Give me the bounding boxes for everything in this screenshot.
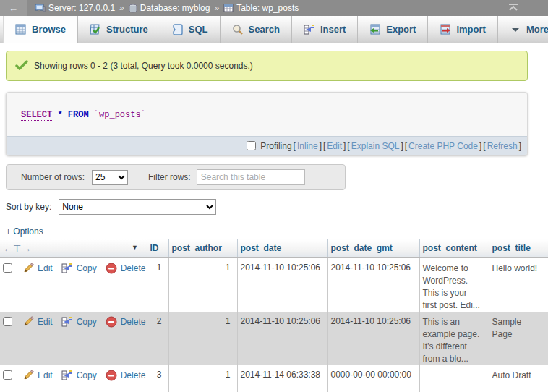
- breadcrumb-database[interactable]: Database: myblog: [129, 3, 210, 13]
- tab-browse[interactable]: Browse: [3, 16, 78, 43]
- copy-row-link[interactable]: Copy: [77, 317, 97, 327]
- tab-sql[interactable]: SQL: [160, 16, 221, 43]
- delete-row-link[interactable]: Delete: [121, 317, 146, 327]
- table-row: Edit Copy Delete 2 1 2014-11-10 10:25:06…: [0, 312, 548, 365]
- delete-row-link[interactable]: Delete: [121, 263, 146, 273]
- insert-icon: [304, 24, 315, 35]
- cell-post-date-gmt: 2014-11-10 10:25:06: [327, 312, 419, 365]
- number-of-rows-select[interactable]: 25: [92, 170, 128, 185]
- refresh-link[interactable]: Refresh: [487, 141, 518, 151]
- cell-post-title: Sample Page: [489, 312, 548, 365]
- breadcrumb-server[interactable]: Server: 127.0.0.1: [35, 3, 115, 13]
- browse-icon: [15, 24, 27, 35]
- filter-rows-label: Filter rows:: [148, 172, 191, 182]
- status-message: Showing rows 0 - 2 (3 total, Query took …: [6, 51, 528, 81]
- pencil-icon: [22, 316, 34, 328]
- breadcrumb-database-label: Database: myblog: [140, 3, 210, 13]
- row-checkbox[interactable]: [3, 370, 12, 380]
- delete-icon: [106, 263, 117, 274]
- explain-sql-link[interactable]: Explain SQL: [351, 141, 400, 151]
- column-header-id[interactable]: ID: [147, 239, 168, 257]
- cell-post-author: 1: [168, 257, 237, 312]
- sql-star: *: [57, 110, 62, 120]
- bracket: ]: [479, 141, 481, 151]
- profiling-checkbox[interactable]: [247, 141, 256, 150]
- export-icon: [369, 24, 381, 35]
- tab-more[interactable]: More: [498, 16, 548, 43]
- column-header-post-date[interactable]: post_date: [237, 239, 327, 257]
- cell-id: 3: [147, 365, 168, 392]
- phpmyadmin-window: ← Server: 127.0.0.1 » Database: myblog »: [0, 0, 548, 392]
- collapse-panel-icon[interactable]: [508, 2, 519, 14]
- breadcrumb-table-label: Table: wp_posts: [236, 3, 299, 13]
- copy-row-link[interactable]: Copy: [77, 263, 97, 273]
- column-header-post-date-gmt[interactable]: post_date_gmt: [327, 239, 419, 257]
- tab-export[interactable]: Export: [358, 16, 428, 43]
- tab-insert-label: Insert: [320, 24, 346, 35]
- results-table: ←⊤→ ▼ ID post_author post_date post_date…: [0, 239, 548, 392]
- filter-rows-input[interactable]: [197, 169, 305, 185]
- tab-import[interactable]: Import: [428, 16, 497, 43]
- pencil-icon: [22, 263, 34, 274]
- tab-insert[interactable]: Insert: [292, 16, 358, 43]
- sort-caret-icon[interactable]: ▼: [132, 244, 138, 251]
- cell-post-date: 2014-11-14 06:33:38: [237, 365, 327, 392]
- tab-export-label: Export: [386, 24, 416, 35]
- create-php-code-link[interactable]: Create PHP Code: [408, 141, 478, 151]
- column-header-post-author[interactable]: post_author: [168, 239, 237, 257]
- edit-row-link[interactable]: Edit: [38, 263, 53, 273]
- bracket: [: [483, 141, 485, 151]
- row-actions: Edit Copy Delete: [0, 316, 144, 328]
- breadcrumb-separator: »: [119, 3, 124, 13]
- back-button[interactable]: ←: [0, 0, 27, 16]
- rows-filter-bar: Number of rows: 25 Filter rows:: [6, 164, 346, 190]
- tab-search-label: Search: [249, 24, 280, 35]
- profiling-label: Profiling: [260, 141, 291, 151]
- delete-row-link[interactable]: Delete: [121, 370, 146, 380]
- edit-query-link[interactable]: Edit: [327, 141, 342, 151]
- inline-link[interactable]: Inline: [297, 141, 318, 151]
- edit-row-link[interactable]: Edit: [38, 317, 53, 327]
- chevron-down-icon: [510, 24, 521, 35]
- transpose-icon[interactable]: ←⊤→: [3, 243, 32, 254]
- sort-by-key-select[interactable]: None: [59, 199, 216, 215]
- header-actions-cell: ←⊤→ ▼: [0, 239, 147, 257]
- tab-search[interactable]: Search: [221, 16, 292, 43]
- breadcrumb-server-label: Server: 127.0.0.1: [48, 3, 115, 13]
- delete-icon: [106, 370, 117, 381]
- number-of-rows-label: Number of rows:: [21, 172, 85, 182]
- cell-post-title: Hello world!: [489, 257, 548, 312]
- edit-row-link[interactable]: Edit: [38, 370, 53, 380]
- copy-icon: [61, 263, 73, 274]
- column-header-post-content[interactable]: post_content: [419, 239, 489, 257]
- row-checkbox[interactable]: [3, 263, 12, 273]
- table-icon: [223, 4, 234, 12]
- copy-row-link[interactable]: Copy: [77, 370, 97, 380]
- tab-more-label: More: [526, 24, 548, 35]
- cell-post-date-gmt: 2014-11-10 10:25:06: [327, 257, 419, 312]
- sort-by-key-label: Sort by key:: [6, 202, 51, 212]
- cell-post-content: [419, 365, 489, 392]
- bracket: [: [294, 141, 296, 151]
- sql-select-keyword[interactable]: SELECT: [21, 110, 52, 121]
- tab-structure[interactable]: Structure: [78, 16, 160, 43]
- cell-post-content: This is an example page. It's different …: [419, 312, 489, 365]
- breadcrumb: Server: 127.0.0.1 » Database: myblog » T…: [35, 3, 299, 13]
- breadcrumb-bar: ← Server: 127.0.0.1 » Database: myblog »: [0, 0, 548, 16]
- options-toggle-link[interactable]: + Options: [6, 226, 43, 237]
- tab-sql-label: SQL: [189, 24, 208, 35]
- row-actions: Edit Copy Delete: [0, 263, 144, 274]
- success-check-icon: [15, 60, 28, 72]
- breadcrumb-table[interactable]: Table: wp_posts: [223, 3, 299, 13]
- search-icon: [232, 24, 244, 35]
- tab-structure-label: Structure: [106, 24, 148, 35]
- sql-query-box: SELECT * FROM `wp_posts` Profiling [ Inl…: [6, 92, 528, 155]
- row-checkbox[interactable]: [3, 317, 12, 326]
- delete-icon: [106, 316, 117, 328]
- bracket: ]: [320, 141, 322, 151]
- column-header-post-title[interactable]: post_title: [489, 239, 548, 257]
- cell-post-author: 1: [168, 312, 237, 365]
- row-actions: Edit Copy Delete: [0, 370, 144, 381]
- database-icon: [129, 4, 137, 13]
- bracket: ]: [343, 141, 346, 151]
